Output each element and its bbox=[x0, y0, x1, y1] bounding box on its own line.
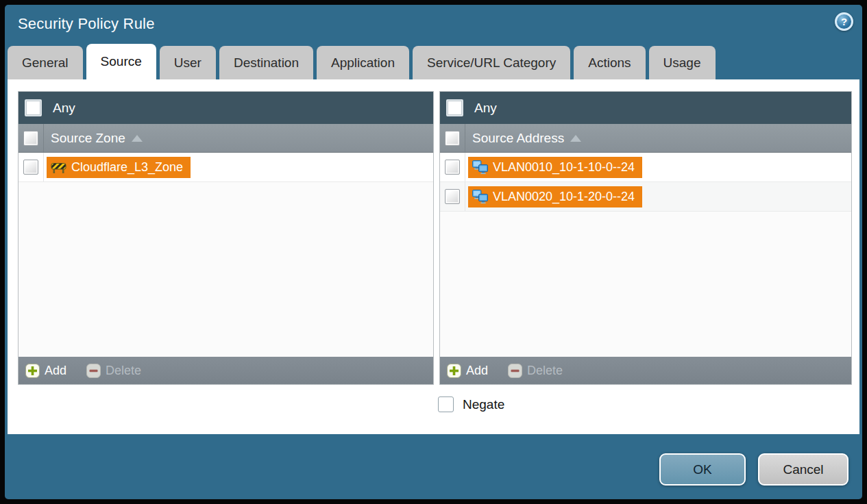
source-address-column-label: Source Address bbox=[472, 131, 564, 146]
source-address-row-checkbox[interactable] bbox=[445, 160, 460, 175]
add-label: Add bbox=[45, 364, 66, 378]
source-zone-add-button[interactable]: Add bbox=[25, 364, 66, 378]
source-address-select-all-cell bbox=[440, 124, 465, 152]
title-bar: Security Policy Rule ? bbox=[5, 5, 862, 45]
source-address-row[interactable]: VLAN0020_10-1-20-0--24 bbox=[440, 182, 851, 212]
source-zone-column-title[interactable]: Source Zone bbox=[44, 124, 143, 152]
security-policy-rule-dialog: Security Policy Rule ? General Source Us… bbox=[5, 5, 862, 499]
source-zone-footer: Add Delete bbox=[19, 357, 433, 384]
source-address-item-label: VLAN0010_10-1-10-0--24 bbox=[493, 160, 635, 175]
tab-user[interactable]: User bbox=[160, 46, 216, 79]
sort-ascending-icon bbox=[132, 135, 143, 142]
source-zone-row-checkbox[interactable] bbox=[23, 160, 38, 175]
source-zone-rows: Cloudflare_L3_Zone bbox=[19, 153, 433, 357]
source-address-select-all-checkbox[interactable] bbox=[445, 131, 460, 146]
source-address-rows: VLAN0010_10-1-10-0--24 bbox=[440, 153, 851, 357]
negate-row: Negate bbox=[438, 396, 504, 412]
source-address-item-label: VLAN0020_10-1-20-0--24 bbox=[493, 190, 635, 204]
dialog-title: Security Policy Rule bbox=[18, 15, 155, 33]
row-checkbox-cell bbox=[440, 153, 465, 181]
delete-icon bbox=[86, 364, 101, 378]
delete-icon bbox=[508, 364, 522, 378]
source-address-footer: Add Delete bbox=[440, 357, 851, 384]
negate-label: Negate bbox=[463, 397, 504, 412]
source-address-panel: Any Source Address bbox=[439, 91, 852, 385]
tab-actions[interactable]: Actions bbox=[574, 46, 645, 79]
help-icon[interactable]: ? bbox=[835, 12, 853, 31]
tab-service-url-category[interactable]: Service/URL Category bbox=[413, 46, 570, 79]
source-zone-select-all-checkbox[interactable] bbox=[23, 131, 38, 146]
source-address-any-checkbox[interactable] bbox=[446, 99, 463, 116]
address-icon bbox=[472, 190, 488, 204]
ok-button[interactable]: OK bbox=[659, 453, 746, 486]
source-address-any-header: Any bbox=[440, 92, 851, 124]
source-zone-item-label: Cloudflare_L3_Zone bbox=[71, 160, 183, 175]
row-checkbox-cell bbox=[19, 153, 44, 181]
source-zone-select-all-cell bbox=[19, 124, 44, 152]
source-address-column-title[interactable]: Source Address bbox=[465, 124, 581, 152]
add-label: Add bbox=[466, 364, 488, 378]
delete-label: Delete bbox=[527, 364, 563, 378]
row-checkbox-cell bbox=[440, 182, 465, 211]
tab-source[interactable]: Source bbox=[86, 44, 156, 79]
source-zone-any-header: Any bbox=[19, 92, 433, 124]
tab-destination[interactable]: Destination bbox=[219, 46, 313, 79]
source-zone-item[interactable]: Cloudflare_L3_Zone bbox=[47, 157, 191, 178]
source-zone-any-label: Any bbox=[53, 101, 75, 116]
zone-icon bbox=[51, 161, 66, 174]
source-zone-row[interactable]: Cloudflare_L3_Zone bbox=[19, 153, 433, 182]
source-zone-any-checkbox[interactable] bbox=[25, 99, 42, 116]
tab-general[interactable]: General bbox=[8, 46, 83, 79]
negate-checkbox[interactable] bbox=[438, 396, 454, 412]
tab-usage[interactable]: Usage bbox=[649, 46, 716, 79]
source-address-delete-button[interactable]: Delete bbox=[508, 364, 563, 378]
add-icon bbox=[447, 364, 461, 378]
source-address-add-button[interactable]: Add bbox=[447, 364, 488, 378]
tab-application[interactable]: Application bbox=[317, 46, 409, 79]
source-address-row-checkbox[interactable] bbox=[445, 189, 460, 204]
help-glyph: ? bbox=[841, 16, 847, 27]
tab-bar: General Source User Destination Applicat… bbox=[8, 44, 716, 79]
source-zone-column-header: Source Zone bbox=[19, 124, 433, 153]
sort-ascending-icon bbox=[570, 135, 581, 142]
source-tab-content: Any Source Zone bbox=[8, 79, 859, 434]
address-icon bbox=[472, 160, 488, 175]
source-address-column-header: Source Address bbox=[440, 124, 851, 153]
source-zone-panel: Any Source Zone bbox=[18, 91, 434, 385]
source-address-any-label: Any bbox=[474, 101, 497, 116]
source-address-row[interactable]: VLAN0010_10-1-10-0--24 bbox=[440, 153, 851, 182]
source-address-item[interactable]: VLAN0010_10-1-10-0--24 bbox=[468, 157, 642, 178]
delete-label: Delete bbox=[106, 364, 141, 378]
source-zone-column-label: Source Zone bbox=[51, 131, 125, 146]
add-icon bbox=[25, 364, 40, 378]
source-zone-delete-button[interactable]: Delete bbox=[86, 364, 141, 378]
source-address-item[interactable]: VLAN0020_10-1-20-0--24 bbox=[468, 186, 642, 207]
cancel-button[interactable]: Cancel bbox=[758, 453, 848, 486]
